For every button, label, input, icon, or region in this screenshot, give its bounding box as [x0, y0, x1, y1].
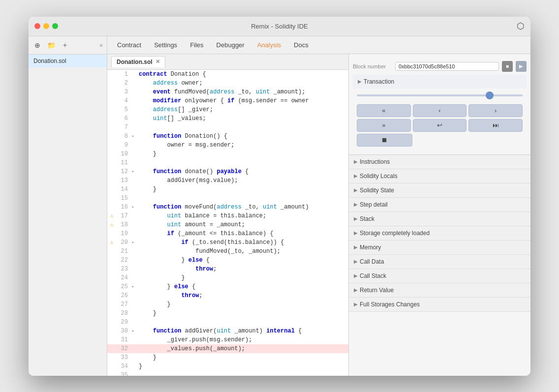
debug-section-step-detail: ▶Step detail: [349, 198, 530, 212]
code-line: ⚠17 uint balance = this.balance;: [107, 211, 348, 220]
code-line: 15: [107, 194, 348, 203]
nav-analysis[interactable]: Analysis: [251, 39, 287, 51]
line-number: 25: [116, 282, 132, 291]
slider-thumb[interactable]: [486, 91, 494, 99]
section-header[interactable]: ▶Solidity State: [349, 183, 530, 197]
nav-debugger[interactable]: Debugger: [211, 39, 250, 51]
nav-return-button[interactable]: ↩: [413, 119, 467, 132]
code-line: 24 }: [107, 273, 348, 282]
section-header[interactable]: ▶Call Data: [349, 255, 530, 269]
line-code: [137, 123, 348, 132]
sidebar-item-donation[interactable]: Donation.sol: [29, 55, 107, 67]
transaction-header[interactable]: ▶ Transaction: [353, 75, 527, 89]
section-arrow-icon: ▶: [354, 187, 358, 193]
line-number: 9: [116, 141, 132, 150]
debug-section-full-storages-changes: ▶Full Storages Changes: [349, 298, 530, 312]
line-number: 30: [116, 327, 132, 335]
line-number: 22: [116, 256, 132, 265]
line-code: addGiver(msg.value);: [137, 176, 348, 185]
nav-skip-button[interactable]: ⏭: [468, 119, 523, 132]
section-header[interactable]: ▶Call Stack: [349, 269, 530, 283]
line-number: 35: [116, 371, 132, 376]
line-code: }: [137, 309, 348, 318]
plus-icon[interactable]: ＋: [60, 40, 70, 50]
code-line: 11: [107, 158, 348, 167]
line-number: 24: [116, 273, 132, 282]
folder-icon[interactable]: 📁: [46, 40, 56, 50]
line-number: 3: [116, 88, 132, 96]
line-warning-icon: ⚠: [107, 211, 116, 220]
breakpoint-arrow: ▸: [132, 203, 137, 211]
code-editor[interactable]: 1contract Donation {2 address owner;3 ev…: [107, 70, 348, 376]
code-line: 4 modifier onlyowner { if (msg.sender ==…: [107, 96, 348, 105]
eth-icon: ⬡: [517, 21, 525, 31]
section-arrow-icon: ▶: [354, 159, 358, 164]
section-header[interactable]: ▶Full Storages Changes: [349, 298, 530, 311]
line-number: 7: [116, 123, 132, 132]
debug-section-solidity-locals: ▶Solidity Locals: [349, 169, 530, 183]
line-code: [137, 194, 348, 203]
nav-settings[interactable]: Settings: [148, 39, 183, 51]
section-arrow-icon: ▶: [354, 202, 358, 207]
slider-container[interactable]: [357, 90, 523, 100]
add-icon[interactable]: ⊕: [32, 40, 42, 50]
nav-next-button[interactable]: ›: [468, 104, 523, 117]
line-number: 8: [116, 132, 132, 141]
breakpoint-arrow: ▸: [132, 167, 137, 176]
debug-section-return-value: ▶Return Value: [349, 283, 530, 298]
section-label: Stack: [360, 215, 374, 222]
line-code: throw;: [137, 291, 348, 300]
line-code: } else {: [137, 256, 348, 265]
code-line: 14 }: [107, 185, 348, 194]
block-input[interactable]: [395, 62, 499, 71]
close-button[interactable]: [34, 23, 40, 29]
line-code: }: [137, 273, 348, 282]
line-code: [137, 371, 348, 376]
nav-prev-button[interactable]: ‹: [413, 104, 467, 117]
section-label: Solidity State: [360, 187, 394, 194]
nav-files[interactable]: Files: [184, 39, 209, 51]
collapse-icon[interactable]: «: [99, 42, 103, 49]
code-line: 30▸ function addGiver(uint _amount) inte…: [107, 327, 348, 335]
editor-tab-donation[interactable]: Donation.sol ✕: [111, 56, 165, 67]
section-header[interactable]: ▶Instructions: [349, 155, 530, 169]
nav-docs[interactable]: Docs: [288, 39, 314, 51]
nav-first-button[interactable]: «: [357, 104, 411, 117]
window-title: Remix - Solidity IDE: [251, 23, 308, 30]
tab-close-button[interactable]: ✕: [155, 59, 160, 65]
code-line: 31 _giver.push(msg.sender);: [107, 335, 348, 344]
section-header[interactable]: ▶Stack: [349, 212, 530, 226]
minimize-button[interactable]: [43, 23, 49, 29]
maximize-button[interactable]: [52, 23, 58, 29]
section-header[interactable]: ▶Solidity Locals: [349, 169, 530, 183]
line-number: 27: [116, 300, 132, 309]
line-number: 14: [116, 185, 132, 194]
line-number: 29: [116, 318, 132, 327]
nav-last-button[interactable]: »: [357, 119, 411, 132]
debug-section-call-data: ▶Call Data: [349, 255, 530, 269]
nav-buttons-row1: « ‹ ›: [353, 104, 527, 119]
nav-contract[interactable]: Contract: [111, 39, 147, 51]
code-line: 6 uint[] _values;: [107, 114, 348, 123]
debugger-controls: Block number ■ ▶ ▶ Transaction: [349, 54, 530, 155]
section-header[interactable]: ▶Return Value: [349, 283, 530, 297]
line-number: 5: [116, 105, 132, 114]
play-button[interactable]: ▶: [516, 61, 527, 72]
line-number: 21: [116, 247, 132, 256]
debug-sections: ▶Instructions▶Solidity Locals▶Solidity S…: [349, 155, 530, 312]
code-line: 9 owner = msg.sender;: [107, 141, 348, 150]
section-header[interactable]: ▶Step detail: [349, 198, 530, 211]
code-line: 19 if (_amount <= this.balance) {: [107, 229, 348, 238]
stop-button[interactable]: ■: [502, 61, 513, 72]
code-line: 29: [107, 318, 348, 327]
code-line: 35: [107, 371, 348, 376]
section-label: Solidity Locals: [360, 173, 398, 180]
line-code: if (_to.send(this.balance)) {: [137, 238, 348, 247]
code-line: 27 }: [107, 300, 348, 309]
nav-buttons-row2: » ↩ ⏭: [353, 119, 527, 134]
section-header[interactable]: ▶Memory: [349, 241, 530, 254]
section-header[interactable]: ▶Storage completely loaded: [349, 226, 530, 240]
nav-stop-button[interactable]: ⏹: [357, 134, 412, 147]
transaction-arrow: ▶: [358, 79, 362, 84]
sidebar: ⊕ 📁 ＋ « Donation.sol: [29, 36, 107, 376]
